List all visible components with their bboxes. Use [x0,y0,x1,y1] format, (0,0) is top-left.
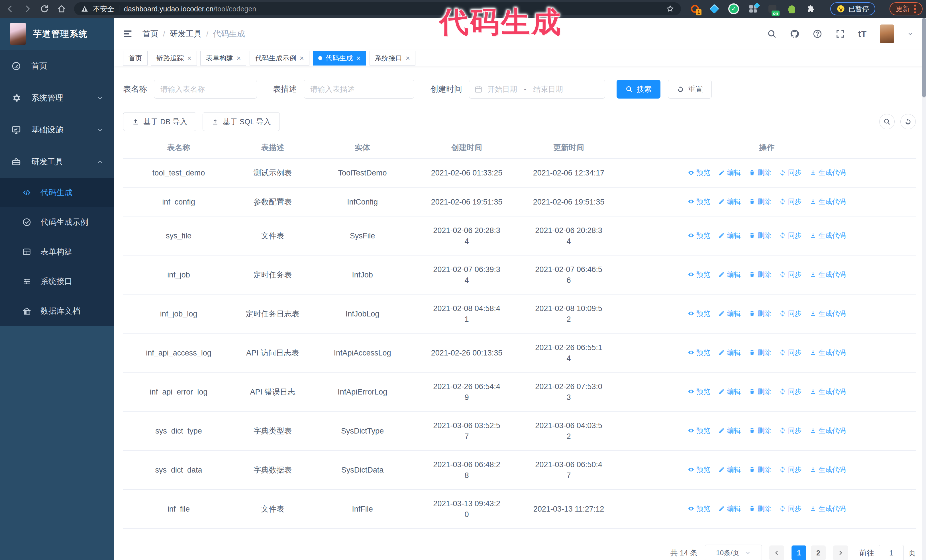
action-delete-link[interactable]: 删除 [749,503,771,514]
url-host[interactable]: dashboard.yudao.iocoder.cn [124,5,213,13]
back-icon[interactable] [6,4,15,14]
tab-0[interactable]: 首页 [123,51,148,65]
close-tab-icon[interactable]: × [187,54,191,62]
action-delete-link[interactable]: 删除 [749,167,771,178]
reset-button[interactable]: 重置 [668,80,712,98]
profile-paused-chip[interactable]: 已暂停 [830,2,875,15]
extensions-puzzle-icon[interactable] [806,5,815,13]
tab-5[interactable]: 系统接口× [369,51,415,65]
sidebar-item-0[interactable]: 首页 [0,50,114,82]
action-delete-link[interactable]: 删除 [749,386,771,397]
action-edit-link[interactable]: 编辑 [718,269,741,280]
action-sync-link[interactable]: 同步 [779,269,802,280]
action-eye-link[interactable]: 预览 [688,425,710,436]
sidebar-item-2[interactable]: 基础设施 [0,114,114,146]
action-sync-link[interactable]: 同步 [779,464,802,475]
action-generate-link[interactable]: 生成代码 [810,167,846,178]
fullscreen-icon[interactable] [835,29,845,39]
sidebar-subitem-1[interactable]: 代码生成示例 [0,207,114,237]
import-db-button[interactable]: 基于 DB 导入 [123,112,196,131]
search-button[interactable]: 搜索 [617,80,660,98]
action-edit-link[interactable]: 编辑 [718,503,741,514]
action-delete-link[interactable]: 删除 [749,230,771,241]
action-eye-link[interactable]: 预览 [688,196,710,207]
action-sync-link[interactable]: 同步 [779,167,802,178]
action-generate-link[interactable]: 生成代码 [810,386,846,397]
reload-icon[interactable] [40,4,49,14]
sidebar-item-3[interactable]: 研发工具 [0,146,114,178]
sidebar-item-1[interactable]: 系统管理 [0,82,114,114]
extension-grid-icon[interactable] [748,4,758,14]
action-generate-link[interactable]: 生成代码 [810,269,846,280]
extension-robot-icon[interactable] [787,4,797,14]
action-generate-link[interactable]: 生成代码 [810,347,846,358]
action-eye-link[interactable]: 预览 [688,347,710,358]
action-eye-link[interactable]: 预览 [688,167,710,178]
scrollbar-thumb[interactable] [922,18,926,97]
action-delete-link[interactable]: 删除 [749,196,771,207]
import-sql-button[interactable]: 基于 SQL 导入 [203,112,280,131]
toggle-search-button[interactable] [879,114,895,129]
goto-page-input[interactable] [879,545,904,560]
address-bar[interactable]: 不安全 dashboard.yudao.iocoder.cn/tool/code… [74,2,681,15]
security-label[interactable]: 不安全 [93,4,114,14]
action-eye-link[interactable]: 预览 [688,308,710,319]
action-sync-link[interactable]: 同步 [779,230,802,241]
action-edit-link[interactable]: 编辑 [718,347,741,358]
help-icon[interactable] [813,29,822,39]
refresh-table-button[interactable] [900,114,916,129]
font-size-icon[interactable]: tT [858,29,867,39]
action-eye-link[interactable]: 预览 [688,464,710,475]
action-edit-link[interactable]: 编辑 [718,230,741,241]
sidebar-subitem-0[interactable]: 代码生成 [0,178,114,207]
close-tab-icon[interactable]: × [356,54,361,62]
tab-3[interactable]: 代码生成示例× [250,51,309,65]
sidebar-subitem-4[interactable]: 数据库文档 [0,296,114,326]
action-eye-link[interactable]: 预览 [688,230,710,241]
home-icon[interactable] [57,4,66,14]
action-edit-link[interactable]: 编辑 [718,425,741,436]
sidebar-subitem-3[interactable]: 系统接口 [0,267,114,296]
action-sync-link[interactable]: 同步 [779,503,802,514]
search-icon[interactable] [767,29,777,39]
sidebar-subitem-2[interactable]: 表单构建 [0,237,114,267]
sidebar-logo[interactable]: 芋道管理系统 [0,18,114,50]
action-sync-link[interactable]: 同步 [779,425,802,436]
next-page-button[interactable] [833,545,848,560]
tab-2[interactable]: 表单构建× [200,51,246,65]
action-eye-link[interactable]: 预览 [688,503,710,514]
action-edit-link[interactable]: 编辑 [718,386,741,397]
action-sync-link[interactable]: 同步 [779,386,802,397]
action-sync-link[interactable]: 同步 [779,308,802,319]
avatar[interactable] [880,24,894,43]
action-generate-link[interactable]: 生成代码 [810,308,846,319]
page-button-2[interactable]: 2 [811,545,826,560]
action-edit-link[interactable]: 编辑 [718,464,741,475]
close-tab-icon[interactable]: × [236,54,241,62]
extension-on-icon[interactable]: on [767,4,777,14]
extension-gem-icon[interactable] [710,4,719,14]
prev-page-button[interactable] [769,545,784,560]
action-generate-link[interactable]: 生成代码 [810,425,846,436]
action-delete-link[interactable]: 删除 [749,308,771,319]
extension-orange-icon[interactable]: 1 [690,4,700,14]
action-edit-link[interactable]: 编辑 [718,167,741,178]
date-range-picker[interactable]: 开始日期 - 结束日期 [469,80,605,98]
action-sync-link[interactable]: 同步 [779,347,802,358]
action-edit-link[interactable]: 编辑 [718,308,741,319]
end-date-placeholder[interactable]: 结束日期 [533,84,563,94]
action-generate-link[interactable]: 生成代码 [810,464,846,475]
user-menu-caret-icon[interactable] [907,31,914,37]
action-eye-link[interactable]: 预览 [688,269,710,280]
table-desc-input[interactable] [304,80,414,98]
table-name-input[interactable] [154,80,257,98]
action-generate-link[interactable]: 生成代码 [810,196,846,207]
breadcrumb-item-0[interactable]: 首页 [142,29,159,39]
action-edit-link[interactable]: 编辑 [718,196,741,207]
browser-menu-icon[interactable] [914,5,916,14]
action-delete-link[interactable]: 删除 [749,464,771,475]
start-date-placeholder[interactable]: 开始日期 [487,84,517,94]
tab-4[interactable]: 代码生成× [313,51,366,65]
action-generate-link[interactable]: 生成代码 [810,230,846,241]
page-button-1[interactable]: 1 [791,545,806,560]
